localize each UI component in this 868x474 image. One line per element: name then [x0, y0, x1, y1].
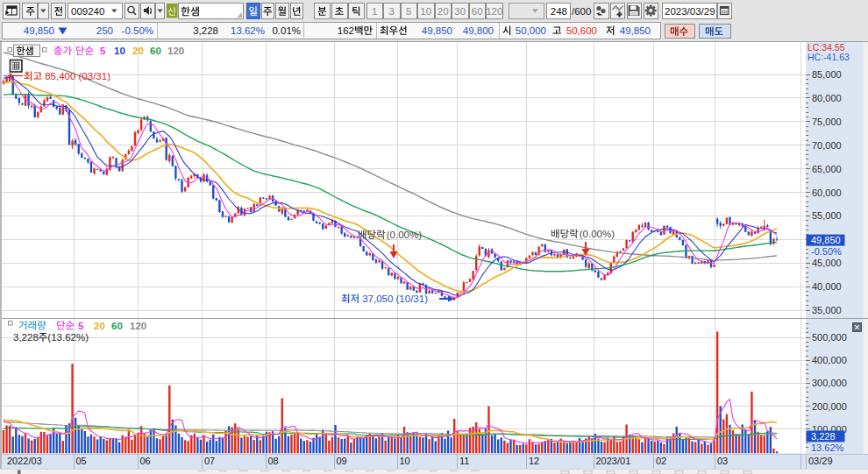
svg-text:37,050 (10/31): 37,050 (10/31)	[362, 294, 428, 304]
svg-text:45,000: 45,000	[812, 258, 842, 268]
svg-text:2023/03/29: 2023/03/29	[665, 6, 715, 17]
svg-text:120: 120	[130, 321, 146, 331]
svg-text:07: 07	[204, 456, 215, 466]
svg-text:5: 5	[78, 321, 84, 331]
svg-text:55,000: 55,000	[812, 210, 842, 221]
svg-text:12: 12	[529, 456, 539, 466]
svg-text:06: 06	[140, 456, 151, 466]
svg-text:5: 5	[406, 6, 411, 17]
svg-text:49,800: 49,800	[463, 25, 494, 36]
svg-text:08: 08	[268, 456, 279, 466]
svg-text:400,000: 400,000	[812, 355, 847, 365]
svg-text:20: 20	[94, 321, 105, 331]
svg-text:85,400 (03/31): 85,400 (03/31)	[45, 71, 110, 81]
svg-text:2023/01: 2023/01	[596, 456, 631, 466]
svg-text:(13.62%): (13.62%)	[47, 332, 89, 343]
svg-text:1: 1	[372, 6, 377, 17]
svg-text:2022/03: 2022/03	[7, 456, 42, 466]
svg-text:3,228: 3,228	[811, 431, 836, 442]
svg-text:60,000: 60,000	[812, 187, 842, 198]
svg-text:10: 10	[400, 456, 410, 466]
svg-text:85,000: 85,000	[812, 69, 842, 80]
svg-text:11: 11	[459, 456, 469, 466]
svg-text:30: 30	[454, 6, 466, 17]
svg-text:/600: /600	[572, 6, 591, 17]
svg-text:75,000: 75,000	[812, 117, 842, 127]
svg-text:20: 20	[438, 6, 449, 17]
svg-text:(0.00%): (0.00%)	[580, 229, 615, 239]
svg-text:0.01%: 0.01%	[272, 25, 301, 36]
svg-text:3: 3	[389, 6, 395, 17]
svg-text:49,850: 49,850	[620, 25, 651, 36]
svg-text:40,000: 40,000	[812, 281, 842, 292]
svg-text:03: 03	[717, 456, 728, 466]
svg-text:03/29: 03/29	[808, 456, 833, 466]
svg-text:3,228: 3,228	[13, 332, 39, 343]
svg-text:09: 09	[337, 456, 347, 466]
svg-text:250: 250	[96, 25, 113, 36]
svg-text:60: 60	[150, 46, 161, 56]
svg-text:300,000: 300,000	[812, 378, 847, 388]
svg-text:10: 10	[420, 6, 431, 17]
svg-text:13.62%: 13.62%	[231, 25, 265, 36]
svg-text:50,600: 50,600	[566, 25, 597, 36]
svg-text:-0.50%: -0.50%	[122, 25, 153, 36]
svg-text:120: 120	[167, 46, 184, 56]
svg-text:60: 60	[111, 321, 123, 331]
svg-text:49,850: 49,850	[24, 25, 54, 36]
svg-text:35,000: 35,000	[812, 305, 842, 315]
svg-text:20: 20	[132, 46, 144, 56]
svg-text:200,000: 200,000	[812, 401, 847, 412]
svg-text:50,000: 50,000	[516, 25, 546, 36]
svg-text:13.62%: 13.62%	[811, 442, 844, 453]
svg-text:009240: 009240	[71, 6, 104, 17]
svg-text:500,000: 500,000	[812, 332, 847, 343]
svg-text:49,850: 49,850	[422, 25, 452, 36]
svg-text:5: 5	[100, 46, 106, 56]
svg-text:05: 05	[76, 456, 87, 466]
svg-text:70,000: 70,000	[812, 140, 842, 151]
svg-text:120: 120	[486, 6, 502, 17]
svg-text:60: 60	[472, 6, 483, 17]
svg-text:65,000: 65,000	[812, 164, 842, 174]
svg-text:02: 02	[656, 456, 666, 466]
svg-text:10: 10	[114, 46, 125, 56]
svg-text:248: 248	[551, 6, 567, 17]
svg-text:49,850: 49,850	[811, 235, 841, 245]
svg-text:(0.00%): (0.00%)	[387, 230, 422, 240]
svg-text:162: 162	[338, 25, 354, 36]
svg-text:80,000: 80,000	[812, 93, 842, 103]
svg-text:HC:-41.63: HC:-41.63	[808, 52, 850, 62]
svg-text:3,228: 3,228	[193, 25, 218, 36]
svg-text:-0.50%: -0.50%	[811, 246, 842, 257]
